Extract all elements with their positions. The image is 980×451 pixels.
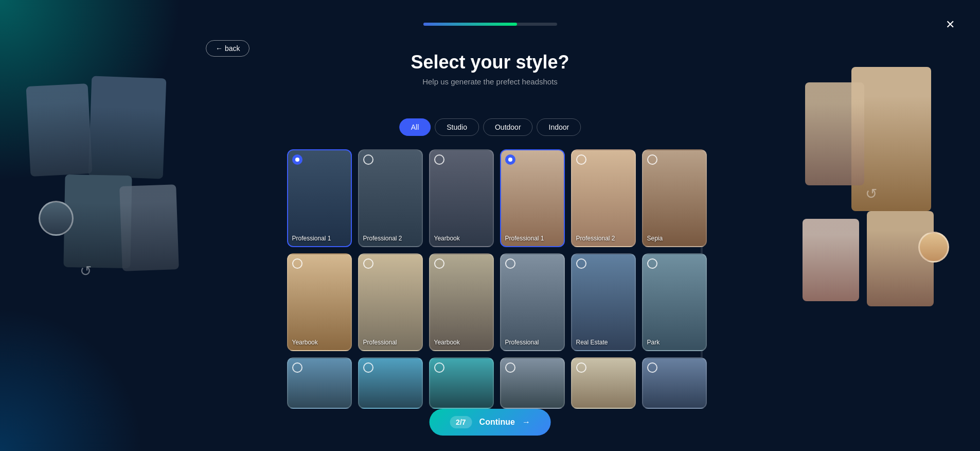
arrow-decor-left-2: ↺ (80, 263, 92, 280)
card-label-yearbook-male: Yearbook (434, 235, 460, 242)
radio-professional-2-male (363, 154, 373, 165)
radio-real-estate (576, 258, 586, 269)
style-card-professional-1-male[interactable]: Professional 1 (287, 149, 352, 247)
left-photo-2 (26, 83, 93, 177)
radio-yearbook-male (434, 154, 444, 165)
card-label-professional-4: Professional (505, 339, 539, 346)
radio-professional-2-female (576, 154, 586, 165)
style-card-sepia[interactable]: Sepia (642, 149, 707, 247)
style-card-yearbook-male[interactable]: Yearbook (429, 149, 494, 247)
radio-professional-4 (505, 258, 515, 269)
page-title: Select your style? (336, 51, 645, 73)
avatar-circle-right (918, 232, 949, 263)
progress-bar-fill (423, 23, 517, 26)
style-card-professional-1-female[interactable]: Professional 1 (500, 149, 565, 247)
card-label-professional-1-female: Professional 1 (505, 235, 544, 242)
right-photo-4 (803, 219, 859, 301)
style-card-row3-6[interactable] (642, 357, 707, 409)
radio-park (647, 258, 657, 269)
style-card-row3-3[interactable] (429, 357, 494, 409)
card-label-real-estate: Real Estate (576, 339, 608, 346)
radio-sepia (647, 154, 657, 165)
style-card-professional-4[interactable]: Professional (500, 253, 565, 351)
continue-label: Continue (479, 418, 515, 427)
style-grid: Professional 1 Professional 2 Yearbook P… (287, 149, 693, 409)
card-label-sepia: Sepia (647, 235, 663, 242)
style-card-row3-1[interactable] (287, 357, 352, 409)
filter-tab-indoor[interactable]: Indoor (537, 118, 581, 136)
style-card-professional-3[interactable]: Professional (358, 253, 423, 351)
page-subtitle: Help us generate the prefect headshots (336, 77, 645, 86)
card-label-professional-3: Professional (363, 339, 397, 346)
progress-bar-container (423, 23, 557, 26)
continue-button[interactable]: 2/7 Continue → (429, 409, 551, 436)
bg-blue-gradient (0, 297, 154, 451)
card-label-yearbook-3: Yearbook (434, 339, 460, 346)
filter-tabs: All Studio Outdoor Indoor (399, 118, 581, 136)
step-badge: 2/7 (450, 416, 472, 428)
radio-yearbook-2 (292, 258, 302, 269)
left-photo-3 (63, 175, 132, 268)
style-card-park[interactable]: Park (642, 253, 707, 351)
style-card-professional-2-female[interactable]: Professional 2 (571, 149, 636, 247)
right-photo-1 (851, 67, 931, 211)
radio-professional-1-female (505, 154, 515, 165)
left-photo-4 (119, 184, 179, 271)
left-photo-1 (88, 76, 167, 179)
style-card-yearbook-2[interactable]: Yearbook (287, 253, 352, 351)
filter-tab-outdoor[interactable]: Outdoor (483, 118, 533, 136)
radio-row3-2 (363, 362, 373, 373)
back-button[interactable]: ← back (206, 40, 250, 57)
style-card-yearbook-3[interactable]: Yearbook (429, 253, 494, 351)
style-grid-row-1: Professional 1 Professional 2 Yearbook P… (287, 149, 693, 247)
title-area: Select your style? Help us generate the … (336, 51, 645, 86)
style-grid-row-3 (287, 357, 693, 409)
card-label-professional-2-male: Professional 2 (363, 235, 402, 242)
filter-tab-all[interactable]: All (399, 118, 431, 136)
right-photo-stack (800, 67, 959, 335)
radio-professional-3 (363, 258, 373, 269)
continue-btn-area: 2/7 Continue → (429, 409, 551, 436)
radio-row3-1 (292, 362, 302, 373)
card-label-park: Park (647, 339, 660, 346)
style-card-row3-5[interactable] (571, 357, 636, 409)
radio-professional-1-male (292, 154, 302, 165)
radio-row3-4 (505, 362, 515, 373)
right-photo-2 (805, 82, 864, 185)
radio-row3-5 (576, 362, 586, 373)
style-card-professional-2-male[interactable]: Professional 2 (358, 149, 423, 247)
filter-tab-studio[interactable]: Studio (435, 118, 479, 136)
radio-row3-3 (434, 362, 444, 373)
bg-teal-gradient (0, 0, 195, 196)
card-label-yearbook-2: Yearbook (292, 339, 318, 346)
continue-arrow: → (522, 418, 530, 427)
style-card-row3-4[interactable] (500, 357, 565, 409)
radio-yearbook-3 (434, 258, 444, 269)
style-grid-row-2: Yearbook Professional Yearbook Professio… (287, 253, 693, 351)
card-label-professional-2-female: Professional 2 (576, 235, 615, 242)
radio-row3-6 (647, 362, 657, 373)
style-card-real-estate[interactable]: Real Estate (571, 253, 636, 351)
close-button[interactable]: ✕ (941, 15, 959, 34)
style-card-row3-2[interactable] (358, 357, 423, 409)
avatar-circle-left (39, 201, 74, 236)
card-label-professional-1-male: Professional 1 (292, 235, 331, 242)
arrow-decor-right-1: ↺ (865, 185, 877, 202)
